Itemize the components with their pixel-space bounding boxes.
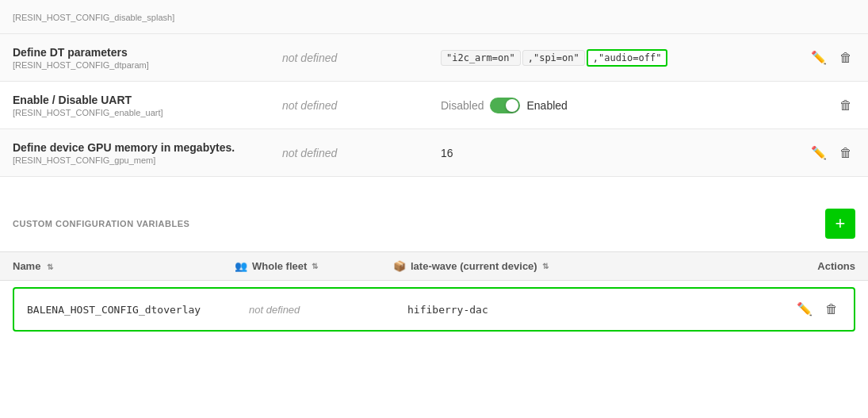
uart-value: Disabled Enabled [441, 98, 792, 113]
dtparam-badge-spi: ,"spi=on" [522, 50, 585, 66]
uart-row: Enable / Disable UART [RESIN_HOST_CONFIG… [0, 82, 868, 129]
splash-row: [RESIN_HOST_CONFIG_disable_splash] [0, 0, 868, 34]
dtparam-fleet: not defined [282, 52, 441, 64]
uart-toggle-label-on: Enabled [526, 99, 567, 112]
uart-toggle-label-off: Disabled [441, 99, 484, 112]
gpu-mem-edit-button[interactable]: ✏️ [808, 144, 830, 163]
dtparam-delete-button[interactable]: 🗑 [836, 48, 855, 67]
uart-fleet: not defined [282, 99, 441, 112]
splash-key: [RESIN_HOST_CONFIG_disable_splash] [13, 13, 282, 22]
uart-toggle-container: Disabled Enabled [441, 98, 792, 113]
uart-toggle-switch[interactable] [490, 98, 520, 113]
col-header-device: 📦 late-wave (current device) ⇅ [393, 260, 776, 272]
uart-name-cell: Enable / Disable UART [RESIN_HOST_CONFIG… [13, 94, 282, 117]
custom-table-header: Name ⇅ 👥 Whole fleet ⇅ 📦 late-wave (curr… [0, 251, 868, 281]
fleet-sort-icon: ⇅ [312, 262, 318, 270]
gpu-mem-value: 16 [441, 147, 792, 159]
custom-row-name: BALENA_HOST_CONFIG_dtoverlay [27, 304, 249, 316]
custom-row-actions: ✏️ 🗑 [762, 300, 841, 319]
custom-section-header: CUSTOM CONFIGURATION VARIABLES + [0, 193, 868, 251]
gpu-mem-title: Define device GPU memory in megabytes. [13, 141, 282, 154]
splash-key-cell: [RESIN_HOST_CONFIG_disable_splash] [13, 11, 282, 22]
dtparam-name-cell: Define DT parameters [RESIN_HOST_CONFIG_… [13, 46, 282, 70]
dtparam-row: Define DT parameters [RESIN_HOST_CONFIG_… [0, 34, 868, 82]
dtparam-key: [RESIN_HOST_CONFIG_dtparam] [13, 60, 282, 70]
add-custom-variable-button[interactable]: + [825, 209, 855, 239]
device-icon: 📦 [393, 260, 406, 272]
uart-actions: 🗑 [792, 96, 855, 115]
dtparam-badge-audio: ,"audio=off" [587, 49, 668, 67]
uart-title: Enable / Disable UART [13, 94, 282, 106]
dtparam-badge-group: "i2c_arm=on" ,"spi=on" ,"audio=off" [441, 49, 792, 67]
device-sort-icon: ⇅ [542, 262, 549, 270]
dtparam-title: Define DT parameters [13, 46, 282, 59]
gpu-mem-delete-button[interactable]: 🗑 [836, 144, 855, 163]
gpu-mem-row: Define device GPU memory in megabytes. [… [0, 129, 868, 177]
uart-key: [RESIN_HOST_CONFIG_enable_uart] [13, 108, 282, 117]
col-header-fleet: 👥 Whole fleet ⇅ [235, 260, 393, 272]
custom-row-fleet: not defined [249, 304, 407, 316]
gpu-mem-actions: ✏️ 🗑 [792, 144, 855, 163]
gpu-mem-key: [RESIN_HOST_CONFIG_gpu_mem] [13, 155, 282, 165]
dtparam-actions: ✏️ 🗑 [792, 48, 855, 67]
dtparam-edit-button[interactable]: ✏️ [808, 48, 830, 67]
custom-row-delete-button[interactable]: 🗑 [822, 300, 841, 319]
fleet-icon: 👥 [235, 260, 247, 272]
dtparam-badge-i2c: "i2c_arm=on" [441, 50, 521, 66]
custom-section-title: CUSTOM CONFIGURATION VARIABLES [13, 219, 189, 228]
custom-table-row: BALENA_HOST_CONFIG_dtoverlay not defined… [13, 287, 855, 332]
gpu-mem-fleet: not defined [282, 147, 441, 159]
custom-row-edit-button[interactable]: ✏️ [793, 300, 816, 319]
name-sort-icon: ⇅ [47, 263, 53, 271]
uart-delete-button[interactable]: 🗑 [836, 96, 855, 115]
gpu-mem-name-cell: Define device GPU memory in megabytes. [… [13, 141, 282, 165]
col-header-name: Name ⇅ [13, 260, 235, 272]
dtparam-value: "i2c_arm=on" ,"spi=on" ,"audio=off" [441, 49, 792, 67]
custom-row-device: hifiberry-dac [407, 304, 762, 316]
col-header-actions: Actions [776, 260, 855, 272]
